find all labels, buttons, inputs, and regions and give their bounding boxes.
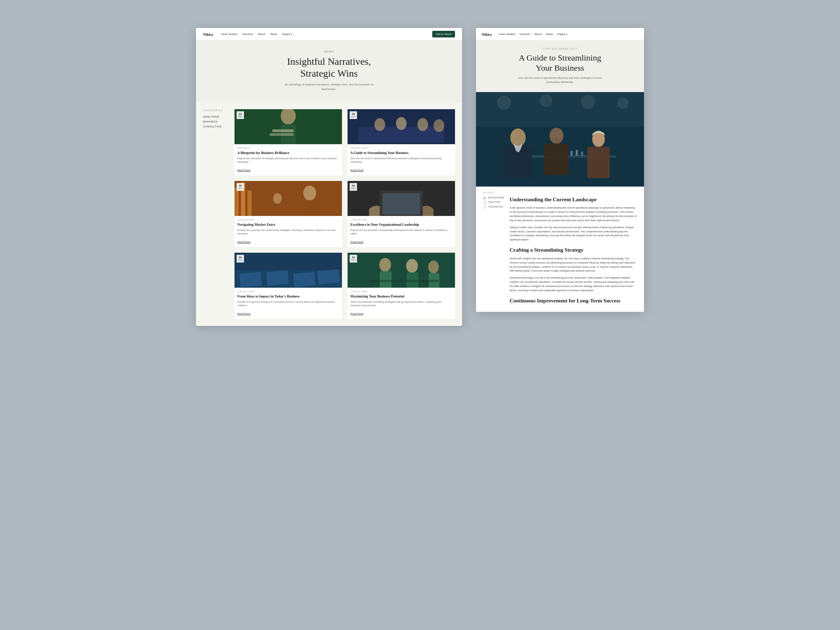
svg-rect-51 bbox=[576, 150, 578, 156]
share-facebook[interactable]: f FACEBOOK bbox=[483, 205, 504, 208]
read-article-link-2[interactable]: Read Article bbox=[351, 169, 364, 172]
right-nav-about[interactable]: About bbox=[534, 33, 542, 36]
article-excerpt-1: Explore the intricacies of strategic pla… bbox=[237, 157, 339, 164]
read-article-link-6[interactable]: Read Article bbox=[351, 313, 364, 315]
svg-rect-49 bbox=[587, 147, 610, 178]
sidebar-item-business[interactable]: BUSINESS bbox=[203, 120, 227, 123]
article-card-2: 06 AUG CONSULTING A Guide to Streamlini bbox=[347, 109, 455, 175]
article-body-3: CONSULTING Navigating Market Entry Embar… bbox=[235, 216, 342, 247]
left-logo: Nikka bbox=[203, 32, 213, 36]
svg-point-7 bbox=[374, 118, 385, 131]
read-article-link-4[interactable]: Read Article bbox=[351, 241, 364, 243]
sidebar: CATEGORIES ANALYSING BUSINESS CONSULTING bbox=[203, 109, 227, 319]
date-badge-3: 06 AUG bbox=[237, 183, 244, 191]
hero-tag: NEWS bbox=[224, 51, 434, 53]
svg-point-8 bbox=[396, 117, 407, 130]
right-hero-title: A Guide to StreamliningYour Business bbox=[490, 53, 630, 73]
svg-rect-50 bbox=[570, 151, 573, 156]
article-title-3: Navigating Market Entry bbox=[237, 222, 339, 227]
right-article-body: SHARE ▣ INSTAGRAM 𝕏 TWITTER bbox=[476, 186, 644, 312]
article-excerpt-4: Explore the key principles of leadership… bbox=[351, 229, 452, 236]
article-image-5: 06 AUG bbox=[235, 253, 342, 288]
section-para-1-2: Taking a holistic view, consider not onl… bbox=[510, 226, 637, 242]
article-excerpt-2: Dive into the world of operational effic… bbox=[351, 157, 452, 164]
section-para-2-2: Introduce technology as an ally in the s… bbox=[510, 276, 637, 293]
article-body-5: CONSULTING From Ideas to Impact in Today… bbox=[235, 288, 342, 319]
article-card-4: 06 AUG CONSULTING Excellence in Your Org… bbox=[347, 181, 455, 247]
article-body-2: CONSULTING A Guide to Streamlining Your … bbox=[347, 144, 455, 175]
right-nav: Nikka Case Studies Services About News P… bbox=[476, 28, 644, 41]
svg-point-37 bbox=[497, 96, 511, 109]
article-card-5: 06 AUG CONSULTING From Ide bbox=[235, 253, 342, 319]
article-title-5: From Ideas to Impact in Today's Business bbox=[237, 294, 339, 298]
right-nav-case-studies[interactable]: Case Studies bbox=[499, 33, 516, 36]
section-para-1-1: In the dynamic realm of business, unders… bbox=[510, 206, 637, 223]
article-excerpt-3: Embark on a journey into market entry st… bbox=[237, 229, 339, 236]
read-article-link-3[interactable]: Read Article bbox=[237, 241, 251, 243]
svg-point-38 bbox=[540, 95, 552, 107]
date-badge-4: 06 AUG bbox=[350, 183, 357, 191]
share-twitter[interactable]: 𝕏 TWITTER bbox=[483, 201, 504, 204]
instagram-icon: ▣ bbox=[483, 196, 486, 199]
share-section: SHARE ▣ INSTAGRAM 𝕏 TWITTER bbox=[483, 191, 504, 208]
left-nav: Nikka Case Studies Services About News P… bbox=[196, 28, 462, 41]
nav-case-studies[interactable]: Case Studies bbox=[221, 33, 238, 36]
article-excerpt-5: Embark on a journey through the innovati… bbox=[237, 300, 339, 308]
article-body-6: CONSULTING Maximizing Your Business Pote… bbox=[347, 288, 455, 319]
svg-rect-20 bbox=[382, 193, 420, 214]
right-hero: 23RD NOVEMBER 2024 A Guide to Streamlini… bbox=[476, 41, 644, 92]
svg-point-17 bbox=[273, 193, 282, 204]
read-article-link-1[interactable]: Read Article bbox=[237, 169, 251, 172]
article-category-1: BUSINESS bbox=[237, 147, 339, 149]
get-in-touch-button[interactable]: Get in Touch bbox=[432, 31, 455, 38]
text-column: Understanding the Current Landscape In t… bbox=[510, 191, 637, 307]
article-title-4: Excellence in Your Organizational Leader… bbox=[351, 222, 452, 227]
articles-grid: 23 SEP BUSINESS A Blueprint for Business bbox=[235, 109, 455, 319]
svg-point-39 bbox=[581, 95, 595, 109]
svg-rect-12 bbox=[235, 188, 239, 216]
read-article-link-5[interactable]: Read Article bbox=[237, 313, 251, 315]
right-page: Nikka Case Studies Services About News P… bbox=[476, 28, 644, 312]
svg-rect-3 bbox=[272, 129, 293, 132]
sidebar-item-consulting[interactable]: CONSULTING bbox=[203, 125, 227, 128]
article-card-1: 23 SEP BUSINESS A Blueprint for Business bbox=[235, 109, 342, 175]
share-instagram[interactable]: ▣ INSTAGRAM bbox=[483, 196, 504, 199]
right-nav-pages[interactable]: Pages bbox=[557, 33, 567, 36]
nav-services[interactable]: Services bbox=[242, 33, 253, 36]
article-category-2: CONSULTING bbox=[351, 147, 452, 149]
section-para-2-1: Armed with insights from the operational… bbox=[510, 257, 637, 273]
svg-point-9 bbox=[418, 118, 428, 131]
right-article-image bbox=[476, 92, 644, 186]
article-excerpt-6: Delve into advanced consulting strategie… bbox=[351, 300, 452, 308]
svg-point-10 bbox=[434, 119, 445, 132]
twitter-icon: 𝕏 bbox=[483, 201, 486, 204]
instagram-label: INSTAGRAM bbox=[488, 196, 504, 199]
svg-rect-45 bbox=[544, 144, 569, 175]
right-nav-services[interactable]: Services bbox=[519, 33, 530, 36]
right-nav-news[interactable]: News bbox=[546, 33, 553, 36]
sidebar-item-analysing[interactable]: ANALYSING bbox=[203, 115, 227, 118]
article-title-1: A Blueprint for Business Brilliance bbox=[237, 150, 339, 155]
svg-rect-14 bbox=[248, 190, 252, 216]
article-card-6: 06 AUG CONSULTING bbox=[347, 253, 455, 319]
article-category-3: CONSULTING bbox=[237, 219, 339, 221]
facebook-icon: f bbox=[483, 205, 486, 208]
date-badge-1: 23 SEP bbox=[237, 111, 244, 119]
article-body-4: CONSULTING Excellence in Your Organizati… bbox=[347, 216, 455, 247]
svg-rect-29 bbox=[380, 271, 392, 288]
svg-rect-25 bbox=[293, 272, 316, 287]
nav-about[interactable]: About bbox=[258, 33, 265, 36]
article-card-3: 06 AUG CONSULTING Navigati bbox=[235, 181, 342, 247]
svg-rect-4 bbox=[270, 133, 294, 136]
facebook-label: FACEBOOK bbox=[488, 205, 503, 208]
body-flex: SHARE ▣ INSTAGRAM 𝕏 TWITTER bbox=[483, 191, 637, 307]
article-title-6: Maximizing Your Business Potential bbox=[351, 294, 452, 298]
nav-news[interactable]: News bbox=[270, 33, 277, 36]
article-category-5: CONSULTING bbox=[237, 291, 339, 293]
sidebar-heading: CATEGORIES bbox=[203, 109, 227, 112]
svg-point-42 bbox=[510, 128, 526, 147]
nav-pages[interactable]: Pages bbox=[282, 33, 292, 36]
main-content: CATEGORIES ANALYSING BUSINESS CONSULTING… bbox=[196, 102, 462, 326]
section-title-2: Crafting a Streamlining Strategy bbox=[510, 247, 637, 254]
article-body-1: BUSINESS A Blueprint for Business Brilli… bbox=[235, 144, 342, 175]
